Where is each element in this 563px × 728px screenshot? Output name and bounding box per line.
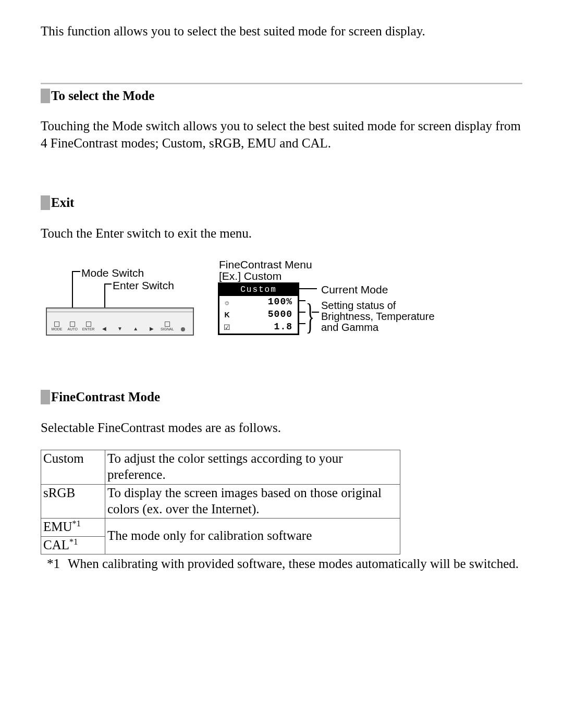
label-current-mode: Current Mode xyxy=(321,282,388,297)
osd-brightness: 100% xyxy=(232,296,295,308)
heading-text: To select the Mode xyxy=(51,88,154,105)
mode-desc: To display the screen images based on th… xyxy=(105,484,400,519)
temperature-icon: K xyxy=(222,310,232,319)
osd-temperature: 5000 xyxy=(232,309,295,320)
finecontrast-paragraph: Selectable FineContrast modes are as fol… xyxy=(41,419,522,437)
gamma-icon: ☑ xyxy=(222,323,232,332)
label-enter-switch: Enter Switch xyxy=(113,278,174,292)
brightness-icon: ☼ xyxy=(222,298,232,307)
bezel-btn-signal: SIGNAL xyxy=(161,327,174,331)
osd-window: Custom ☼ 100% K 5000 ☑ 1.8 xyxy=(218,282,299,335)
mode-name: sRGB xyxy=(41,484,105,519)
mode-name-emu: EMU*1 xyxy=(41,519,105,537)
arrow-down-icon: ▼ xyxy=(117,326,123,331)
heading-exit: Exit xyxy=(41,194,522,212)
arrow-left-icon: ◀ xyxy=(102,326,106,331)
mode-desc: To adjust the color settings according t… xyxy=(105,450,400,485)
finecontrast-figure: Mode Switch Enter Switch MODE AUTO ENTER… xyxy=(46,255,448,339)
footnote-mark: *1 xyxy=(47,556,68,573)
mode-desc-calibration: The mode only for calibration software xyxy=(105,519,400,554)
label-settings-status: Setting status of Brightness, Temperatur… xyxy=(321,300,446,333)
table-row: EMU*1 The mode only for calibration soft… xyxy=(41,519,400,537)
mode-name-cal: CAL*1 xyxy=(41,536,105,554)
footnote: *1 When calibrating with provided softwa… xyxy=(41,556,522,573)
osd-title: Custom xyxy=(219,284,298,296)
osd-gamma: 1.8 xyxy=(232,321,295,333)
heading-text: FineContrast Mode xyxy=(51,389,160,406)
arrow-right-icon: ▶ xyxy=(150,326,154,331)
intro-paragraph: This function allows you to select the b… xyxy=(41,23,522,40)
bezel-btn-auto: AUTO xyxy=(68,327,78,331)
footnote-text: When calibrating with provided software,… xyxy=(68,556,522,573)
table-row: Custom To adjust the color settings acco… xyxy=(41,450,400,485)
mode-name: Custom xyxy=(41,450,105,485)
heading-marker-icon xyxy=(41,390,50,404)
monitor-bezel: MODE AUTO ENTER ◀ ▼ ▲ ▶ SIGNAL xyxy=(46,307,194,336)
select-mode-paragraph: Touching the Mode switch allows you to s… xyxy=(41,118,522,152)
heading-marker-icon xyxy=(41,89,50,103)
heading-marker-icon xyxy=(41,195,50,210)
heading-text: Exit xyxy=(51,194,74,212)
finecontrast-modes-table: Custom To adjust the color settings acco… xyxy=(41,450,400,554)
rule xyxy=(41,83,522,84)
exit-paragraph: Touch the Enter switch to exit the menu. xyxy=(41,225,522,242)
label-menu-line2: [Ex.] Custom xyxy=(219,269,282,283)
bezel-btn-enter: ENTER xyxy=(82,327,95,331)
bezel-btn-mode: MODE xyxy=(52,327,63,331)
arrow-up-icon: ▲ xyxy=(133,326,138,331)
heading-finecontrast-mode: FineContrast Mode xyxy=(41,389,522,406)
power-led-icon xyxy=(181,327,185,331)
heading-select-mode: To select the Mode xyxy=(41,88,522,105)
table-row: sRGB To display the screen images based … xyxy=(41,484,400,519)
